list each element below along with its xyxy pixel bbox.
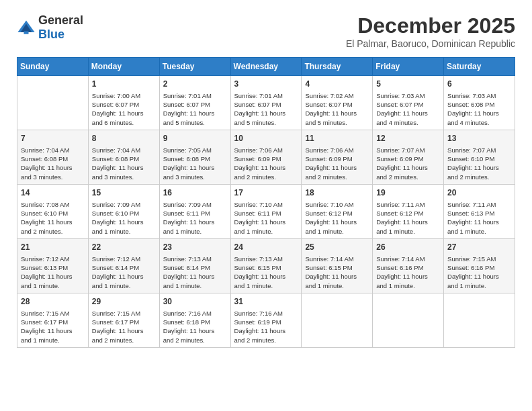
calendar-cell: 15Sunrise: 7:09 AMSunset: 6:10 PMDayligh…: [88, 184, 159, 238]
day-number: 16: [163, 187, 227, 199]
calendar-cell: 17Sunrise: 7:10 AMSunset: 6:11 PMDayligh…: [230, 184, 302, 238]
day-info: Sunrise: 7:15 AMSunset: 6:17 PMDaylight:…: [92, 309, 156, 345]
day-info: Sunrise: 7:01 AMSunset: 6:07 PMDaylight:…: [163, 91, 227, 127]
day-info: Sunrise: 7:07 AMSunset: 6:10 PMDaylight:…: [447, 146, 511, 181]
calendar-cell: 23Sunrise: 7:13 AMSunset: 6:14 PMDayligh…: [159, 238, 230, 293]
header-day-thursday: Thursday: [302, 58, 373, 76]
calendar-cell: [17, 76, 89, 130]
day-number: 1: [92, 79, 156, 90]
day-number: 31: [234, 296, 298, 308]
day-number: 19: [376, 187, 440, 199]
month-title: December 2025: [346, 13, 515, 38]
day-info: Sunrise: 7:09 AMSunset: 6:11 PMDaylight:…: [163, 200, 227, 236]
calendar-cell: 22Sunrise: 7:12 AMSunset: 6:14 PMDayligh…: [88, 238, 159, 293]
day-number: 3: [234, 79, 298, 90]
calendar-cell: 2Sunrise: 7:01 AMSunset: 6:07 PMDaylight…: [159, 76, 230, 130]
calendar-cell: 4Sunrise: 7:02 AMSunset: 6:07 PMDaylight…: [302, 76, 373, 130]
calendar-table: SundayMondayTuesdayWednesdayThursdayFrid…: [17, 57, 515, 348]
header-day-sunday: Sunday: [17, 58, 89, 76]
day-number: 28: [21, 296, 85, 308]
calendar-cell: 8Sunrise: 7:04 AMSunset: 6:08 PMDaylight…: [88, 130, 159, 184]
day-info: Sunrise: 7:11 AMSunset: 6:13 PMDaylight:…: [447, 200, 511, 236]
day-number: 22: [92, 242, 156, 253]
calendar-cell: 11Sunrise: 7:06 AMSunset: 6:09 PMDayligh…: [302, 130, 373, 184]
day-number: 13: [447, 133, 511, 144]
day-info: Sunrise: 7:16 AMSunset: 6:18 PMDaylight:…: [163, 309, 227, 345]
day-number: 14: [21, 187, 85, 199]
calendar-week-1: 1Sunrise: 7:00 AMSunset: 6:07 PMDaylight…: [17, 76, 515, 130]
calendar-week-2: 7Sunrise: 7:04 AMSunset: 6:08 PMDaylight…: [17, 130, 515, 184]
day-info: Sunrise: 7:10 AMSunset: 6:11 PMDaylight:…: [234, 200, 298, 236]
calendar-cell: 28Sunrise: 7:15 AMSunset: 6:17 PMDayligh…: [17, 293, 89, 347]
day-number: 24: [234, 242, 298, 253]
day-number: 10: [234, 133, 298, 144]
day-number: 20: [447, 187, 511, 199]
day-number: 4: [305, 79, 369, 90]
day-number: 17: [234, 187, 298, 199]
day-info: Sunrise: 7:12 AMSunset: 6:14 PMDaylight:…: [92, 255, 156, 290]
calendar-cell: 13Sunrise: 7:07 AMSunset: 6:10 PMDayligh…: [444, 130, 515, 184]
day-info: Sunrise: 7:13 AMSunset: 6:15 PMDaylight:…: [234, 255, 298, 290]
svg-rect-2: [24, 32, 29, 34]
day-info: Sunrise: 7:15 AMSunset: 6:16 PMDaylight:…: [447, 255, 511, 290]
calendar-cell: 3Sunrise: 7:01 AMSunset: 6:07 PMDaylight…: [230, 76, 302, 130]
calendar-cell: 10Sunrise: 7:06 AMSunset: 6:09 PMDayligh…: [230, 130, 302, 184]
calendar-week-3: 14Sunrise: 7:08 AMSunset: 6:10 PMDayligh…: [17, 184, 515, 238]
location-title: El Palmar, Baoruco, Dominican Republic: [346, 38, 515, 49]
day-info: Sunrise: 7:13 AMSunset: 6:14 PMDaylight:…: [163, 255, 227, 290]
day-info: Sunrise: 7:05 AMSunset: 6:08 PMDaylight:…: [163, 146, 227, 181]
day-info: Sunrise: 7:06 AMSunset: 6:09 PMDaylight:…: [234, 146, 298, 181]
day-info: Sunrise: 7:10 AMSunset: 6:12 PMDaylight:…: [305, 200, 369, 236]
day-number: 18: [305, 187, 369, 199]
day-number: 8: [92, 133, 156, 144]
day-info: Sunrise: 7:07 AMSunset: 6:09 PMDaylight:…: [376, 146, 440, 181]
day-number: 25: [305, 242, 369, 253]
day-info: Sunrise: 7:04 AMSunset: 6:08 PMDaylight:…: [21, 146, 85, 181]
day-number: 7: [21, 133, 85, 144]
day-info: Sunrise: 7:11 AMSunset: 6:12 PMDaylight:…: [376, 200, 440, 236]
day-info: Sunrise: 7:08 AMSunset: 6:10 PMDaylight:…: [21, 200, 85, 236]
calendar-cell: 18Sunrise: 7:10 AMSunset: 6:12 PMDayligh…: [302, 184, 373, 238]
calendar-cell: 20Sunrise: 7:11 AMSunset: 6:13 PMDayligh…: [444, 184, 515, 238]
day-info: Sunrise: 7:02 AMSunset: 6:07 PMDaylight:…: [305, 91, 369, 127]
title-area: December 2025 El Palmar, Baoruco, Domini…: [346, 13, 515, 49]
day-info: Sunrise: 7:00 AMSunset: 6:07 PMDaylight:…: [92, 91, 156, 127]
logo-general: General: [38, 13, 83, 27]
logo-blue: Blue: [38, 28, 64, 41]
day-number: 11: [305, 133, 369, 144]
day-number: 27: [447, 242, 511, 253]
calendar-cell: 6Sunrise: 7:03 AMSunset: 6:08 PMDaylight…: [444, 76, 515, 130]
calendar-cell: [302, 293, 373, 347]
logo-icon: [17, 18, 36, 37]
calendar-cell: 14Sunrise: 7:08 AMSunset: 6:10 PMDayligh…: [17, 184, 89, 238]
day-info: Sunrise: 7:01 AMSunset: 6:07 PMDaylight:…: [234, 91, 298, 127]
calendar-cell: 27Sunrise: 7:15 AMSunset: 6:16 PMDayligh…: [444, 238, 515, 293]
calendar-week-4: 21Sunrise: 7:12 AMSunset: 6:13 PMDayligh…: [17, 238, 515, 293]
calendar-cell: 30Sunrise: 7:16 AMSunset: 6:18 PMDayligh…: [159, 293, 230, 347]
calendar-cell: [373, 293, 444, 347]
day-info: Sunrise: 7:09 AMSunset: 6:10 PMDaylight:…: [92, 200, 156, 236]
header-day-tuesday: Tuesday: [159, 58, 230, 76]
day-number: 5: [376, 79, 440, 90]
day-info: Sunrise: 7:04 AMSunset: 6:08 PMDaylight:…: [92, 146, 156, 181]
logo: General Blue: [17, 13, 83, 42]
calendar-cell: 25Sunrise: 7:14 AMSunset: 6:15 PMDayligh…: [302, 238, 373, 293]
day-number: 2: [163, 79, 227, 90]
calendar-cell: 29Sunrise: 7:15 AMSunset: 6:17 PMDayligh…: [88, 293, 159, 347]
header-day-wednesday: Wednesday: [230, 58, 302, 76]
day-number: 21: [21, 242, 85, 253]
header: General Blue December 2025 El Palmar, Ba…: [17, 13, 515, 49]
calendar-cell: 1Sunrise: 7:00 AMSunset: 6:07 PMDaylight…: [88, 76, 159, 130]
calendar-cell: 24Sunrise: 7:13 AMSunset: 6:15 PMDayligh…: [230, 238, 302, 293]
logo-text: General Blue: [38, 13, 83, 42]
calendar-cell: 16Sunrise: 7:09 AMSunset: 6:11 PMDayligh…: [159, 184, 230, 238]
day-number: 29: [92, 296, 156, 308]
day-number: 15: [92, 187, 156, 199]
day-info: Sunrise: 7:14 AMSunset: 6:15 PMDaylight:…: [305, 255, 369, 290]
calendar-cell: 9Sunrise: 7:05 AMSunset: 6:08 PMDaylight…: [159, 130, 230, 184]
calendar-cell: 5Sunrise: 7:03 AMSunset: 6:07 PMDaylight…: [373, 76, 444, 130]
day-info: Sunrise: 7:06 AMSunset: 6:09 PMDaylight:…: [305, 146, 369, 181]
calendar-cell: 12Sunrise: 7:07 AMSunset: 6:09 PMDayligh…: [373, 130, 444, 184]
calendar-cell: 31Sunrise: 7:16 AMSunset: 6:19 PMDayligh…: [230, 293, 302, 347]
day-info: Sunrise: 7:16 AMSunset: 6:19 PMDaylight:…: [234, 309, 298, 345]
